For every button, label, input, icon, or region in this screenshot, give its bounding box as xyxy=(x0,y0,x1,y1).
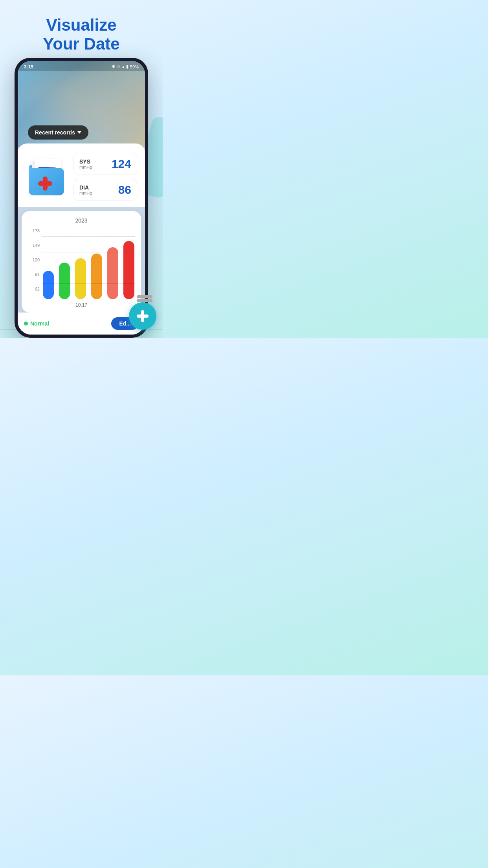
bar-4 xyxy=(91,254,102,299)
y-label-149: 149 xyxy=(28,243,40,248)
phone-screen: 3:19 ✱ ⚛ ▴ ▮ 59% Recent records xyxy=(18,61,145,335)
grid-line-2 xyxy=(42,252,135,252)
normal-indicator: Normal xyxy=(24,320,49,327)
sys-stat-box: SYS mmHg 124 xyxy=(73,153,137,175)
bar-3 xyxy=(75,258,86,299)
bar-1 xyxy=(43,271,54,299)
y-label-120: 120 xyxy=(28,257,40,262)
stats-column: SYS mmHg 124 DIA mmHg 86 xyxy=(73,153,137,201)
hero-title-line1: Visualize xyxy=(8,16,155,35)
grid-line-4 xyxy=(42,283,135,284)
dia-label: DIA xyxy=(79,184,92,191)
sys-label: SYS xyxy=(79,158,92,165)
cross-vertical xyxy=(43,177,48,191)
chevron-down-icon xyxy=(77,131,81,134)
normal-label: Normal xyxy=(30,320,49,327)
bar-5-wrapper xyxy=(106,236,119,299)
bar-3-wrapper xyxy=(74,236,86,299)
green-dot-icon xyxy=(24,322,28,326)
bar-4-wrapper xyxy=(90,236,103,299)
card-content: SYS mmHg 124 DIA mmHg 86 xyxy=(26,153,137,201)
battery-icon: 59% xyxy=(130,64,139,69)
recent-records-label: Recent records xyxy=(35,129,75,136)
grid-lines xyxy=(42,236,135,299)
dia-unit: mmHg xyxy=(79,191,92,195)
dia-label-group: DIA mmHg xyxy=(79,184,92,195)
hero-title-line2: Your Date xyxy=(8,35,155,53)
add-record-fab[interactable] xyxy=(129,302,156,330)
sys-value: 124 xyxy=(112,157,131,171)
y-axis: 178 149 120 91 62 xyxy=(28,228,40,291)
grid-line-1 xyxy=(42,236,135,237)
folder-body xyxy=(29,168,64,195)
bar-5 xyxy=(107,247,118,299)
bar-6-wrapper xyxy=(123,236,135,299)
bluetooth-icon: ✱ xyxy=(112,64,115,69)
sys-unit: mmHg xyxy=(79,165,92,169)
wifi-icon: ▴ xyxy=(122,64,125,69)
medical-cross-icon xyxy=(38,177,52,191)
bar-6 xyxy=(123,241,134,299)
phone-mockup: 3:19 ✱ ⚛ ▴ ▮ 59% Recent records xyxy=(15,58,148,338)
status-time: 3:19 xyxy=(24,64,33,70)
bar-2 xyxy=(59,263,70,299)
dia-stat-box: DIA mmHg 86 xyxy=(73,179,137,201)
hero-section: Visualize Your Date xyxy=(0,0,163,58)
chart-card: 2023 178 149 120 91 62 xyxy=(22,211,141,313)
fab-cross xyxy=(137,310,149,322)
fab-container xyxy=(129,302,156,330)
bar-1-wrapper xyxy=(42,236,54,299)
y-label-91: 91 xyxy=(28,272,40,277)
clip-bar-1 xyxy=(137,295,152,298)
fab-cross-vertical xyxy=(141,310,144,322)
recent-records-button[interactable]: Recent records xyxy=(28,125,88,140)
status-icons: ✱ ⚛ ▴ ▮ 59% xyxy=(112,64,139,69)
y-label-62: 62 xyxy=(28,287,40,291)
chart-x-label: 10.17 xyxy=(28,302,135,308)
sys-label-group: SYS mmHg xyxy=(79,158,92,169)
status-bar: 3:19 ✱ ⚛ ▴ ▮ 59% xyxy=(18,61,145,71)
chart-year: 2023 xyxy=(28,217,135,224)
bars-container xyxy=(42,236,135,299)
clip-bar-2 xyxy=(137,299,152,302)
clipboard-icon xyxy=(135,294,154,306)
signal-icon: ▮ xyxy=(126,64,128,69)
dia-value: 86 xyxy=(118,183,131,197)
vibrate-icon: ⚛ xyxy=(117,64,121,69)
grid-line-3 xyxy=(42,268,135,268)
medical-folder-icon xyxy=(26,155,69,199)
bar-2-wrapper xyxy=(58,236,70,299)
bottom-indicators: Normal Ed... xyxy=(18,313,145,335)
chart-area: 178 149 120 91 62 xyxy=(28,228,135,299)
y-label-178: 178 xyxy=(28,228,40,233)
screen-background: Recent records xyxy=(18,61,145,147)
main-card: SYS mmHg 124 DIA mmHg 86 xyxy=(18,143,145,207)
